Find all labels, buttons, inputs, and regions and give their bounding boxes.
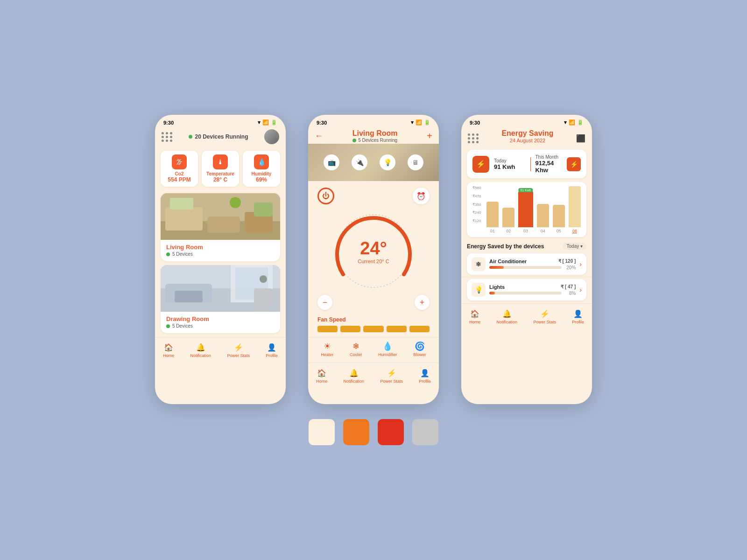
cooler-icon: ❄ [352, 341, 359, 351]
nav-power-2[interactable]: ⚡ Power Stats [380, 368, 403, 384]
drawing-room-info: Drawing Room 5 Devices [161, 312, 280, 333]
battery-icon-1: 🔋 [271, 119, 277, 126]
fan-bar-2[interactable] [340, 326, 360, 332]
bar-05[interactable]: 05 [553, 205, 565, 233]
increase-temp-button[interactable]: + [415, 295, 430, 310]
home-icon-1: 🏠 [163, 342, 174, 352]
room-running-label: 5 Devices Running [358, 138, 397, 143]
color-swatches [309, 419, 438, 445]
bar-fill-05 [553, 205, 565, 227]
menu-dots-3[interactable] [468, 133, 479, 143]
nav-profile-3[interactable]: 👤 Profile [572, 308, 584, 324]
temp-card[interactable]: 🌡 Temperature 28° C [202, 151, 239, 187]
room-running-dot [352, 139, 356, 142]
bar-06[interactable]: 06 [569, 186, 581, 233]
nav-profile-1[interactable]: 👤 Profile [266, 342, 278, 358]
ac-amount: ₹ [ 120 ] [558, 259, 576, 264]
decrease-temp-button[interactable]: − [317, 295, 332, 310]
nav-home-3[interactable]: 🏠 Home [469, 308, 480, 324]
tab-heater[interactable]: ☀ Heater [321, 341, 333, 357]
humidifier-icon: 💧 [382, 341, 393, 351]
status-icons-1: ▾ 📶 🔋 [258, 119, 277, 126]
nav-notif-3[interactable]: 🔔 Notification [497, 308, 518, 324]
svg-rect-6 [254, 203, 273, 217]
bar-label-05: 05 [557, 229, 561, 233]
living-room-card[interactable]: Living Room 5 Devices [161, 193, 280, 261]
nav-home-2[interactable]: 🏠 Home [316, 368, 327, 384]
power-icon-2: ⚡ [387, 368, 397, 378]
nav-power-label-1: Power Stats [227, 353, 250, 358]
device-btn-monitor[interactable]: 🖥 [408, 154, 423, 170]
fan-bar-5[interactable] [409, 326, 430, 332]
tab-humidifier[interactable]: 💧 Humidifier [378, 341, 397, 357]
home-icon-2: 🏠 [317, 368, 327, 378]
filter-button[interactable]: ⬛ [576, 134, 585, 143]
lights-pct: 8% [564, 291, 576, 296]
y-label-5: ₹560 [472, 186, 481, 190]
y-label-4: ₹470 [472, 194, 481, 198]
power-icon-3: ⚡ [540, 308, 550, 319]
humidity-card[interactable]: 💧 Humidity 69% [243, 151, 280, 187]
ac-saving-row: ❄ Air Conditioner ₹ [ 120 ] 20% [472, 257, 582, 271]
energy-date: 24 August 2022 [501, 138, 553, 143]
tab-blower[interactable]: 🌀 Blower [413, 341, 426, 357]
bar-fill-04 [537, 204, 549, 227]
menu-dots-1[interactable] [162, 132, 173, 142]
lights-icon: 💡 [472, 283, 486, 297]
status-time-3: 9:30 [470, 120, 480, 126]
svg-rect-3 [207, 217, 240, 233]
lights-arrow[interactable]: › [579, 286, 582, 294]
nav-profile-label-3: Profile [572, 320, 584, 324]
bar-02[interactable]: 02 [502, 208, 514, 233]
running-label: 20 Devices Running [195, 133, 248, 140]
today-filter-btn[interactable]: Today ▾ [563, 243, 586, 250]
device-btn-plug[interactable]: 🔌 [352, 154, 367, 170]
drawing-room-card[interactable]: Drawing Room 5 Devices [161, 265, 280, 333]
ac-bar-row: 20% [489, 265, 576, 270]
lights-bar-row: 8% [489, 291, 576, 296]
bar-04[interactable]: 04 [537, 204, 549, 233]
energy-chart: ₹560 ₹470 ₹350 ₹240 ₹120 01 02 [467, 182, 586, 237]
phone-living-room: 9:30 ▾ 📶 🔋 ← Living Room 5 Devices Runni… [308, 115, 439, 404]
device-btn-light[interactable]: 💡 [380, 154, 395, 170]
drawing-room-devices: 5 Devices [166, 323, 275, 329]
energy-header: Energy Saving 24 August 2022 ⬛ [461, 127, 592, 148]
nav-notif-2[interactable]: 🔔 Notification [344, 368, 365, 384]
home-icon-3: 🏠 [470, 308, 480, 319]
fan-bar-1[interactable] [317, 326, 338, 332]
nav-notif-label-3: Notification [497, 320, 518, 324]
bell-icon-1: 🔔 [196, 342, 206, 352]
humidity-icon: 💧 [254, 154, 269, 169]
bottom-devices: ☀ Heater ❄ Cooler 💧 Humidifier 🌀 Blower [308, 337, 439, 360]
signal-icon-3: 📶 [569, 119, 575, 126]
phone-energy: 9:30 ▾ 📶 🔋 Energy Saving 24 August 2022 [461, 115, 592, 404]
bar-01[interactable]: 01 [486, 202, 499, 233]
fan-bar-3[interactable] [363, 326, 383, 332]
ac-info: Air Conditioner ₹ [ 120 ] 20% [489, 259, 576, 270]
ac-arrow[interactable]: › [579, 260, 582, 268]
status-bar-1: 9:30 ▾ 📶 🔋 [155, 115, 286, 127]
nav-home-1[interactable]: 🏠 Home [163, 342, 174, 358]
nav-power-3[interactable]: ⚡ Power Stats [533, 308, 556, 324]
lights-name: Lights [489, 284, 505, 290]
nav-power-1[interactable]: ⚡ Power Stats [227, 342, 250, 358]
status-time-2: 9:30 [317, 120, 327, 126]
bar-fill-01 [486, 202, 499, 227]
bar-03[interactable]: 91 Kwh 03 [518, 186, 533, 233]
energy-saved-header: Energy Saved by the devices Today ▾ [461, 241, 592, 252]
tab-cooler[interactable]: ❄ Cooler [350, 341, 362, 357]
co2-card[interactable]: 🌫 Co2 554 PPM [161, 151, 198, 187]
fan-bar-4[interactable] [387, 326, 407, 332]
svg-point-14 [260, 275, 267, 283]
back-button[interactable]: ← [315, 131, 323, 141]
add-device-button[interactable]: + [427, 131, 432, 141]
nav-profile-2[interactable]: 👤 Profile [419, 368, 431, 384]
avatar-1[interactable] [264, 129, 279, 144]
device-btn-tv[interactable]: 📺 [324, 154, 339, 170]
alarm-button[interactable]: ⏰ [413, 188, 430, 204]
lights-saving-row: 💡 Lights ₹ [ 47 ] 8% › [472, 283, 582, 297]
living-room-devices: 5 Devices [166, 252, 275, 257]
lights-bar-bg [489, 292, 562, 294]
nav-notif-1[interactable]: 🔔 Notification [190, 342, 211, 358]
power-button[interactable]: ⏻ [317, 188, 334, 204]
